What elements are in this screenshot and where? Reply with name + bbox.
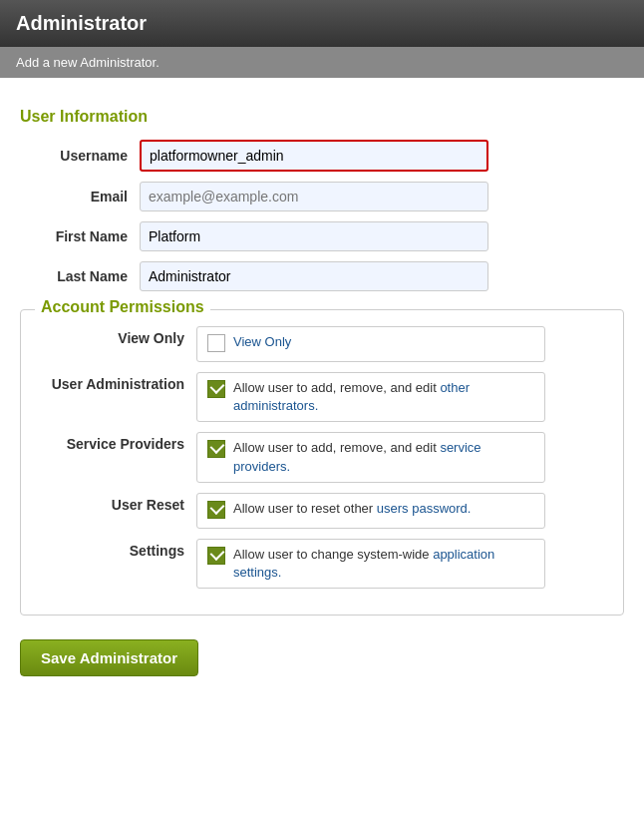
username-group: Username (20, 140, 624, 172)
user-reset-checkbox[interactable] (207, 501, 225, 519)
perm-label-view-only: View Only (37, 326, 196, 346)
perm-label-service-providers: Service Providers (37, 432, 196, 452)
lastname-input[interactable] (140, 261, 488, 291)
view-only-link-text: View Only (233, 334, 291, 349)
settings-checkbox[interactable] (207, 547, 225, 565)
perm-label-user-admin: User Administration (37, 372, 196, 392)
perm-box-view-only: View Only (196, 326, 545, 362)
firstname-label: First Name (20, 228, 140, 244)
perm-text-user-reset: Allow user to reset other users password… (233, 500, 471, 518)
perm-row-view-only: View Only View Only (37, 326, 607, 362)
subtitle-text: Add a new Administrator. (16, 55, 160, 70)
page-header: Administrator (0, 0, 644, 47)
firstname-input[interactable] (140, 221, 488, 251)
perm-label-settings: Settings (37, 539, 196, 559)
perm-label-user-reset: User Reset (37, 493, 196, 513)
perm-text-user-admin: Allow user to add, remove, and edit othe… (233, 379, 534, 415)
permissions-section: Account Permissions View Only View Only … (20, 309, 624, 616)
email-label: Email (20, 189, 140, 205)
user-admin-checkbox[interactable] (207, 380, 225, 398)
perm-row-settings: Settings Allow user to change system-wid… (37, 539, 607, 589)
perm-text-service-providers: Allow user to add, remove, and edit serv… (233, 439, 534, 475)
page-content: User Information Username Email First Na… (0, 78, 644, 696)
perm-box-user-admin: Allow user to add, remove, and edit othe… (196, 372, 545, 422)
perm-box-settings: Allow user to change system-wide applica… (196, 539, 545, 589)
perm-row-user-admin: User Administration Allow user to add, r… (37, 372, 607, 422)
perm-row-service-providers: Service Providers Allow user to add, rem… (37, 432, 607, 482)
service-providers-checkbox[interactable] (207, 440, 225, 458)
email-group: Email (20, 182, 624, 211)
firstname-group: First Name (20, 221, 624, 251)
page-title: Administrator (16, 12, 628, 35)
page-subheader: Add a new Administrator. (0, 47, 644, 78)
user-info-title: User Information (20, 108, 624, 126)
username-label: Username (20, 148, 140, 164)
permissions-legend: Account Permissions (35, 298, 210, 316)
perm-box-user-reset: Allow user to reset other users password… (196, 493, 545, 529)
username-input[interactable] (140, 140, 488, 172)
permissions-title: Account Permissions (41, 298, 204, 315)
lastname-label: Last Name (20, 268, 140, 284)
save-administrator-button[interactable]: Save Administrator (20, 639, 198, 676)
email-input[interactable] (140, 182, 488, 211)
lastname-group: Last Name (20, 261, 624, 291)
view-only-checkbox[interactable] (207, 334, 225, 352)
perm-box-service-providers: Allow user to add, remove, and edit serv… (196, 432, 545, 482)
perm-text-settings: Allow user to change system-wide applica… (233, 546, 534, 582)
perm-text-view-only: View Only (233, 333, 291, 351)
perm-row-user-reset: User Reset Allow user to reset other use… (37, 493, 607, 529)
